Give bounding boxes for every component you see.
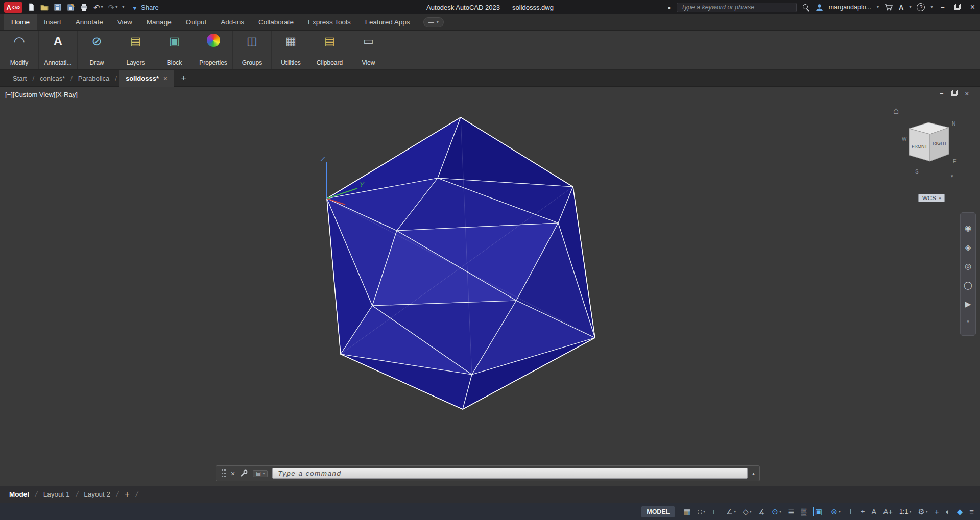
ribbon-panel-draw[interactable]: ⊘Draw <box>78 31 116 69</box>
zoom-icon[interactable]: ◎ <box>965 262 971 270</box>
ribbon-panel-groups[interactable]: ◫Groups <box>233 31 272 69</box>
ribbon-tab-express-tools[interactable]: Express Tools <box>301 14 358 30</box>
navbar-caret-icon[interactable]: ▾ <box>967 319 969 324</box>
autodesk-app-icon[interactable]: A <box>899 4 903 11</box>
minimize-button[interactable]: − <box>938 4 946 11</box>
help-icon[interactable]: ? <box>917 3 925 11</box>
undo-button[interactable]: ↶ ▾ <box>93 3 104 12</box>
compass-south-label[interactable]: S <box>915 169 919 175</box>
status-object-snap-tracking[interactable]: ∡ <box>758 508 765 515</box>
viewport-view-button[interactable]: [Custom View] <box>13 91 56 98</box>
redo-button[interactable]: ↷ ▾ <box>108 3 118 12</box>
status-snap-mode[interactable]: ∷▾ <box>698 508 706 515</box>
viewcube-menu-caret-icon[interactable]: ▾ <box>951 174 953 179</box>
viewport-menu-button[interactable]: [−] <box>5 91 13 98</box>
ribbon-panel-clipboard[interactable]: ▤Clipboard <box>310 31 349 69</box>
workspace-dropdown[interactable]: —▾ <box>423 17 444 27</box>
status-isolate-objects[interactable]: ◐ <box>946 508 950 515</box>
customize-wrench-icon[interactable] <box>240 469 248 478</box>
new-file-button[interactable] <box>27 3 36 12</box>
command-history-icon[interactable]: ▴ <box>752 471 755 476</box>
save-as-button[interactable] <box>66 3 76 12</box>
viewport-visual-style-button[interactable]: [X-Ray] <box>55 91 77 98</box>
autocad-logo[interactable]: A CAD <box>4 2 22 13</box>
compass-west-label[interactable]: W <box>902 136 907 142</box>
caret-down-icon[interactable]: ▾ <box>101 5 103 9</box>
save-button[interactable] <box>53 3 62 12</box>
status-ortho-mode[interactable]: ∟ <box>712 508 720 515</box>
user-menu-caret-icon[interactable]: ▾ <box>877 5 879 9</box>
ribbon-panel-layers[interactable]: ▤Layers <box>116 31 155 69</box>
ribbon-tab-featured-apps[interactable]: Featured Apps <box>358 14 417 30</box>
new-tab-button[interactable]: + <box>181 73 187 84</box>
open-file-button[interactable] <box>40 3 49 12</box>
navigation-wheel-icon[interactable]: ◉ <box>965 224 971 232</box>
share-button[interactable]: ► Share <box>132 4 159 11</box>
file-tab-parabolica[interactable]: Parabolica <box>73 75 115 82</box>
new-layout-button[interactable]: + <box>125 489 130 500</box>
status-customization[interactable]: + <box>935 508 939 515</box>
status-graphics-performance[interactable]: ◆ <box>957 508 963 515</box>
file-tab-start[interactable]: Start <box>7 75 32 82</box>
search-expand-icon[interactable]: ▸ <box>668 5 671 10</box>
status-workspace-switching[interactable]: ⚙▾ <box>918 508 927 515</box>
ribbon-panel-view[interactable]: ▭View <box>349 31 388 69</box>
status-annotation-scale[interactable]: 1:1▾ <box>899 508 911 515</box>
view-cube[interactable]: FRONT RIGHT N E S W ▾ <box>901 116 958 180</box>
compass-east-label[interactable]: E <box>953 159 957 164</box>
compass-north-label[interactable]: N <box>952 121 955 127</box>
ribbon-panel-annotati[interactable]: AAnnotati... <box>39 31 78 69</box>
command-input[interactable]: Type a command <box>272 468 748 479</box>
close-button[interactable]: × <box>968 3 977 11</box>
status-dynamic-input[interactable]: ± <box>861 508 865 515</box>
orbit-icon[interactable]: ◯ <box>964 281 972 289</box>
qat-more-button[interactable]: ▾ <box>122 5 124 9</box>
caret-down-icon[interactable]: ▾ <box>115 5 117 9</box>
ribbon-tab-add-ins[interactable]: Add-ins <box>213 14 251 30</box>
status-selection-cycling[interactable]: ▣ <box>813 507 824 516</box>
status-annotation-visibility[interactable]: A <box>871 508 876 515</box>
plot-button[interactable] <box>80 3 89 12</box>
ribbon-tab-home[interactable]: Home <box>4 14 37 30</box>
show-motion-icon[interactable]: ▶ <box>965 300 971 308</box>
model-space-button[interactable]: MODEL <box>641 506 675 517</box>
app-caret-icon[interactable]: ▾ <box>909 5 911 9</box>
command-options-button[interactable]: ▤ ▾ <box>253 470 268 477</box>
status-2d-object-snap[interactable]: ⊙▾ <box>772 508 781 515</box>
ribbon-tab-view[interactable]: View <box>110 14 139 30</box>
viewport-close-button[interactable]: × <box>965 90 969 97</box>
status-grid-display[interactable]: ▦ <box>683 508 690 515</box>
status-hamburger-menu[interactable]: ≡ <box>969 508 974 515</box>
layout-tab-model[interactable]: Model <box>9 490 29 498</box>
status-transparency[interactable]: ▒ <box>801 508 806 515</box>
user-name[interactable]: margaridaplo... <box>829 4 871 11</box>
ribbon-tab-output[interactable]: Output <box>179 14 214 30</box>
status-dynamic-ucs[interactable]: ⊥ <box>847 508 854 515</box>
ribbon-panel-properties[interactable]: Properties <box>194 31 233 69</box>
ribbon-panel-utilities[interactable]: ▦Utilities <box>272 31 310 69</box>
ribbon-tab-manage[interactable]: Manage <box>139 14 179 30</box>
close-tab-icon[interactable]: × <box>163 75 168 82</box>
cart-icon[interactable] <box>885 3 893 11</box>
icosahedron-solid[interactable]: ZY <box>0 87 980 486</box>
layout-tab-layout-2[interactable]: Layout 2 <box>84 490 110 498</box>
help-caret-icon[interactable]: ▾ <box>930 5 933 9</box>
status-polar-tracking[interactable]: ∠▾ <box>726 508 736 515</box>
ribbon-tab-insert[interactable]: Insert <box>37 14 68 30</box>
ribbon-panel-block[interactable]: ▣Block <box>155 31 194 69</box>
pan-icon[interactable]: ◈ <box>965 243 971 251</box>
solid-face[interactable] <box>438 117 573 187</box>
status-autoscale[interactable]: A+ <box>883 508 893 515</box>
search-icon[interactable] <box>802 4 810 11</box>
command-grip-handle[interactable] <box>222 469 223 471</box>
layout-tab-layout-1[interactable]: Layout 1 <box>43 490 70 498</box>
status-lineweight[interactable]: ≣ <box>788 508 795 515</box>
status-isometric-drafting[interactable]: ◇▾ <box>743 508 752 515</box>
search-input[interactable]: Type a keyword or phrase <box>677 3 797 12</box>
command-close-icon[interactable]: × <box>231 469 235 478</box>
viewcube-home-icon[interactable]: ⌂ <box>893 105 899 116</box>
file-tab-solidosss[interactable]: solidosss*× <box>119 70 174 87</box>
drawing-area[interactable]: ZY [−] [Custom View] [X-Ray] − × ⌂ FRONT… <box>0 87 980 486</box>
viewport-restore-button[interactable] <box>951 90 958 97</box>
viewport-minimize-button[interactable]: − <box>940 90 944 97</box>
